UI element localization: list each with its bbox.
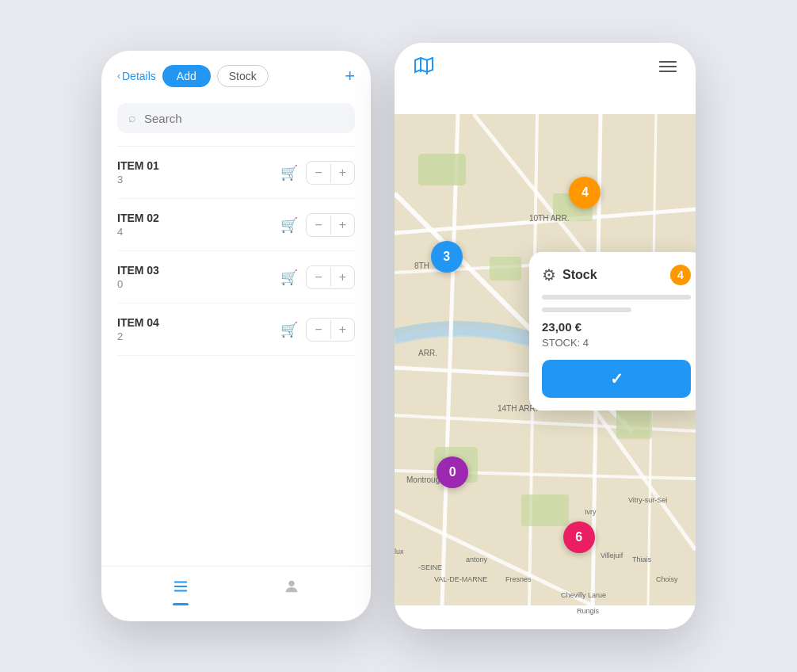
- confirm-button[interactable]: ✓: [542, 360, 691, 398]
- quantity-control: − +: [306, 213, 355, 237]
- add-button[interactable]: Add: [162, 65, 211, 87]
- table-row: ITEM 04 2 🛒 − +: [117, 304, 355, 356]
- right-phone: Paris 10TH ARR. 8TH 20TH ARR 11TH ARR AR…: [395, 43, 696, 629]
- svg-rect-23: [418, 154, 466, 185]
- popup-price: 23,00 €: [542, 320, 691, 334]
- popup-stock-label: STOCK: 4: [542, 337, 691, 349]
- cart-icon: 🛒: [280, 216, 298, 234]
- item-info: ITEM 01 3: [117, 159, 273, 185]
- svg-point-3: [288, 581, 294, 586]
- svg-text:antony: antony: [466, 556, 488, 563]
- phone-header: ‹ Details Add Stock +: [101, 51, 371, 97]
- svg-text:Rungis: Rungis: [577, 607, 600, 615]
- svg-rect-28: [521, 494, 569, 526]
- svg-text:Ivry: Ivry: [585, 508, 597, 516]
- tab-list[interactable]: [172, 578, 189, 605]
- svg-text:VAL-DE-MARNE: VAL-DE-MARNE: [434, 575, 487, 583]
- stock-popup: ⚙ Stock 4 23,00 € STOCK: 4 ✓: [529, 252, 696, 410]
- item-name: ITEM 02: [117, 212, 273, 224]
- map-pin-6[interactable]: 6: [563, 521, 595, 553]
- search-input[interactable]: [144, 112, 344, 125]
- svg-text:Fresnes: Fresnes: [505, 575, 532, 583]
- increase-button[interactable]: +: [331, 214, 354, 236]
- item-count: 3: [117, 174, 273, 185]
- decrease-button[interactable]: −: [307, 319, 330, 341]
- add-new-button[interactable]: +: [345, 67, 355, 85]
- details-button[interactable]: ‹ Details: [117, 70, 156, 82]
- map-container[interactable]: Paris 10TH ARR. 8TH 20TH ARR 11TH ARR AR…: [395, 90, 696, 629]
- increase-button[interactable]: +: [331, 162, 354, 184]
- popup-line-full: [542, 295, 691, 300]
- svg-text:10TH ARR.: 10TH ARR.: [529, 214, 570, 223]
- search-icon: ⌕: [128, 111, 136, 125]
- map-header: [395, 43, 696, 90]
- stock-button[interactable]: Stock: [217, 65, 269, 87]
- svg-text:Choisy: Choisy: [656, 575, 678, 583]
- item-name: ITEM 03: [117, 264, 273, 277]
- table-row: ITEM 03 0 🛒 − +: [117, 251, 355, 304]
- bottom-nav: [101, 566, 371, 621]
- quantity-control: − +: [306, 161, 355, 185]
- svg-text:Thiais: Thiais: [632, 556, 652, 563]
- decrease-button[interactable]: −: [307, 214, 330, 236]
- item-count: 2: [117, 330, 273, 342]
- map-pin-4[interactable]: 4: [569, 177, 601, 208]
- tab-active-indicator: [173, 603, 189, 605]
- cart-icon: 🛒: [280, 164, 298, 181]
- table-row: ITEM 02 4 🛒 − +: [117, 199, 355, 251]
- popup-title: Stock: [562, 268, 597, 282]
- list-icon: [172, 578, 189, 600]
- svg-text:lux: lux: [395, 548, 404, 556]
- quantity-control: − +: [306, 318, 355, 342]
- decrease-button[interactable]: −: [307, 266, 330, 288]
- svg-rect-24: [490, 257, 521, 281]
- quantity-control: − +: [306, 265, 355, 289]
- svg-text:Vitry-sur-Sei: Vitry-sur-Sei: [628, 496, 667, 504]
- item-info: ITEM 04 2: [117, 316, 273, 342]
- item-name: ITEM 01: [117, 159, 273, 172]
- popup-line-short: [542, 307, 631, 312]
- map-icon: [414, 57, 434, 79]
- checkmark-icon: ✓: [610, 369, 623, 388]
- profile-icon: [283, 578, 300, 600]
- item-info: ITEM 03 0: [117, 264, 273, 290]
- popup-header: ⚙ Stock 4: [542, 265, 691, 285]
- map-pin-3[interactable]: 3: [431, 241, 463, 273]
- gear-icon: ⚙: [542, 265, 556, 284]
- popup-title-row: ⚙ Stock: [542, 265, 597, 284]
- tab-profile[interactable]: [283, 578, 300, 605]
- svg-rect-1: [174, 586, 188, 587]
- left-phone: ‹ Details Add Stock + ⌕ ITEM 01 3 🛒 −: [101, 51, 371, 621]
- item-list: ITEM 01 3 🛒 − + ITEM 02 4 🛒 −: [101, 147, 371, 566]
- svg-text:8TH: 8TH: [414, 262, 429, 270]
- svg-text:-SEINE: -SEINE: [418, 563, 442, 571]
- chevron-left-icon: ‹: [117, 71, 120, 82]
- svg-text:Chevilly Larue: Chevilly Larue: [561, 591, 606, 599]
- svg-rect-2: [174, 590, 188, 592]
- item-count: 0: [117, 278, 273, 290]
- decrease-button[interactable]: −: [307, 162, 330, 184]
- increase-button[interactable]: +: [331, 266, 354, 288]
- cart-icon: 🛒: [280, 321, 298, 338]
- table-row: ITEM 01 3 🛒 − +: [117, 147, 355, 199]
- popup-badge: 4: [670, 265, 691, 285]
- hamburger-icon[interactable]: [659, 59, 677, 78]
- item-name: ITEM 04: [117, 316, 273, 329]
- svg-rect-0: [174, 582, 188, 583]
- cart-icon: 🛒: [280, 269, 298, 286]
- item-count: 4: [117, 226, 273, 238]
- svg-text:Villejuif: Villejuif: [601, 552, 623, 559]
- search-bar: ⌕: [117, 103, 355, 133]
- item-info: ITEM 02 4: [117, 212, 273, 238]
- svg-text:ARR.: ARR.: [418, 349, 437, 357]
- increase-button[interactable]: +: [331, 319, 354, 341]
